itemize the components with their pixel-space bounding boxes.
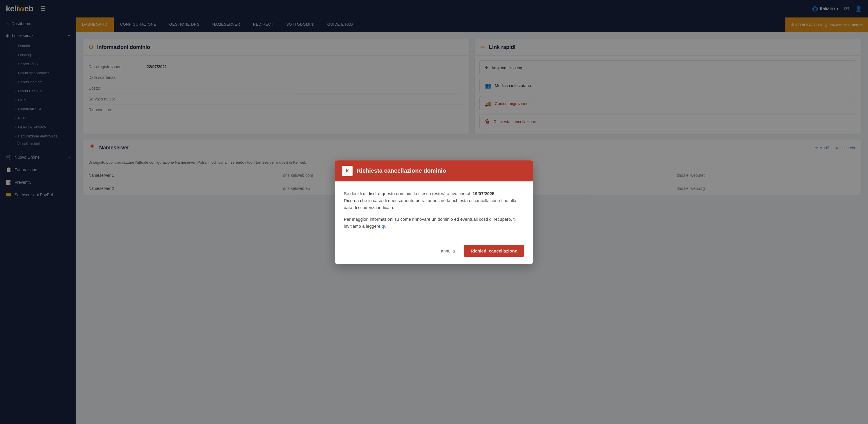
modal-logo: k bbox=[342, 166, 352, 176]
modal-header: k Richiesta cancellazione dominio bbox=[335, 161, 533, 181]
cancellation-modal: k Richiesta cancellazione dominio Se dec… bbox=[335, 161, 533, 264]
modal-body: Se decidi di disdire questo dominio, lo … bbox=[335, 181, 533, 240]
read-more-link[interactable]: qui bbox=[382, 224, 388, 229]
modal-footer: annulla Richiedi cancellazione bbox=[335, 240, 533, 264]
confirm-cancellation-button[interactable]: Richiedi cancellazione bbox=[464, 245, 524, 257]
modal-paragraph-2: Per maggiori informazioni su come rinnov… bbox=[344, 216, 524, 230]
modal-title: Richiesta cancellazione dominio bbox=[356, 167, 446, 174]
modal-paragraph-1: Se decidi di disdire questo dominio, lo … bbox=[344, 190, 524, 211]
modal-overlay: k Richiesta cancellazione dominio Se dec… bbox=[0, 0, 868, 424]
cancel-button[interactable]: annulla bbox=[436, 246, 460, 256]
